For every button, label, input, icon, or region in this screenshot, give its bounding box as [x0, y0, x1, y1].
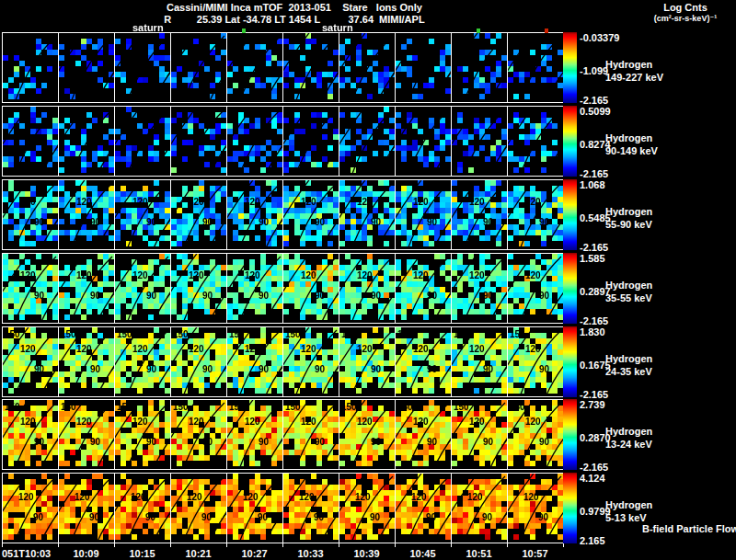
colorbar	[563, 326, 577, 397]
energy-band-row-7: 4.124 0.9799 2.165 Hydrogen 5-13 keV	[2, 473, 736, 543]
band-energy: 149-227 keV	[605, 71, 663, 84]
axis-tick	[563, 543, 564, 547]
border-mark	[242, 29, 246, 33]
band-energy: 24-35 keV	[605, 365, 652, 378]
band-species: Hydrogen	[605, 352, 652, 365]
band-energy: 35-55 keV	[605, 291, 652, 304]
time-label: 10:51	[466, 548, 491, 559]
energy-band-row-1: -0.03379 -1.099 -2.165 Hydrogen 149-227 …	[2, 32, 736, 103]
colorbar	[563, 179, 577, 250]
colorbar-tick-max: 1.068	[580, 179, 605, 190]
time-label: 10:21	[185, 548, 211, 559]
colorbar	[563, 473, 577, 543]
colorbar-tick-mid: -1.099	[580, 65, 608, 76]
colorbar	[563, 106, 577, 177]
energy-band-row-6: 2.739 0.2870 -2.165 Hydrogen 13-24 keV	[2, 399, 736, 470]
axis-tick	[58, 543, 59, 547]
band-energy: 13-24 keV	[605, 438, 652, 451]
bfield-particle-flow-label: B-field Particle Flow	[642, 523, 736, 534]
axis-tick	[395, 543, 396, 547]
heatmap-panels	[2, 106, 563, 177]
axis-tick	[226, 543, 227, 547]
colorbar-tick-max: 1.830	[580, 326, 605, 337]
axis-tick	[507, 543, 508, 547]
time-label: 10:09	[73, 548, 98, 559]
colorbar	[563, 253, 577, 324]
border-mark	[477, 29, 480, 33]
band-species: Hydrogen	[605, 279, 652, 291]
time-label: 10:27	[241, 548, 267, 559]
time-label: 10:57	[522, 548, 547, 559]
heatmap-panels	[2, 399, 563, 470]
colorbar-tick-min: -2.165	[580, 462, 608, 473]
band-label: Hydrogen 90-149 keV	[605, 131, 658, 157]
energy-band-row-5: 1.830 0.1675 -2.165 Hydrogen 24-35 keV	[2, 326, 736, 397]
band-label: Hydrogen 24-35 keV	[605, 352, 652, 378]
colorbar-units-formula: (cm²-sr-s-keV)⁻¹	[635, 14, 736, 23]
band-energy: 55-90 keV	[605, 218, 652, 231]
energy-band-row-3: 1.068 0.5485 -2.165 Hydrogen 55-90 keV	[2, 179, 736, 250]
band-species: Hydrogen	[605, 131, 658, 144]
colorbar-tick-max: 4.124	[580, 473, 605, 484]
time-label: 10:33	[297, 548, 323, 559]
colorbar-units-title: Log Cnts	[635, 2, 736, 13]
band-label: Hydrogen 149-227 keV	[605, 58, 663, 84]
heatmap-panels	[2, 253, 563, 324]
time-label: 10:45	[409, 548, 435, 559]
band-label: Hydrogen 13-24 keV	[605, 425, 652, 451]
colorbar-tick-max: 1.585	[580, 253, 605, 264]
band-label: Hydrogen 55-90 keV	[605, 205, 652, 231]
energy-band-row-2: 0.5099 0.8274 -2.165 Hydrogen 90-149 keV	[2, 106, 736, 177]
band-species: Hydrogen	[605, 205, 652, 218]
time-axis: 051T10:0310:0910:1510:2110:2710:3310:391…	[2, 543, 572, 560]
colorbar-tick-max: 2.739	[580, 399, 605, 410]
time-label: 10:15	[129, 548, 155, 559]
band-energy: 5-13 keV	[605, 511, 652, 524]
saturn-label-2: saturn	[322, 22, 353, 33]
heatmap-panels	[2, 179, 563, 250]
band-energy: 90-149 keV	[605, 144, 658, 157]
time-label: 051T10:03	[2, 548, 51, 559]
colorbar	[563, 399, 577, 470]
band-species: Hydrogen	[605, 58, 663, 71]
axis-tick	[114, 543, 115, 547]
page-title: Cassini/MIMI Inca mTOF 2013-051 Stare Io…	[0, 2, 589, 13]
colorbar-tick-min: -2.165	[580, 242, 608, 253]
energy-band-row-4: 1.585 0.2897 -2.165 Hydrogen 35-55 keV	[2, 253, 736, 324]
time-label: 10:39	[353, 548, 379, 559]
colorbar-tick-max: -0.03379	[580, 32, 619, 43]
subtitle-ephemeris: R 25.39 Lat -34.78 LT 1454 L 37.64 MIMI/…	[0, 14, 589, 25]
band-label: Hydrogen 35-55 keV	[605, 279, 652, 304]
heatmap-panels	[2, 32, 563, 103]
axis-tick	[282, 543, 283, 547]
band-species: Hydrogen	[605, 425, 652, 438]
saturn-label-1: saturn	[132, 22, 164, 33]
heatmap-panels	[2, 473, 563, 543]
heatmap-panels	[2, 326, 563, 397]
axis-tick	[2, 543, 3, 547]
border-mark	[545, 29, 548, 33]
colorbar-tick-max: 0.5099	[580, 106, 611, 117]
axis-tick	[339, 543, 339, 547]
plot-stage: Cassini/MIMI Inca mTOF 2013-051 Stare Io…	[0, 0, 736, 560]
axis-tick	[170, 543, 171, 547]
band-label: Hydrogen 5-13 keV	[605, 498, 652, 524]
band-species: Hydrogen	[605, 498, 652, 511]
colorbar-tick-min: 2.165	[580, 535, 605, 546]
colorbar-tick-min: -2.165	[580, 95, 608, 106]
colorbar-tick-min: -2.165	[580, 315, 608, 326]
axis-tick	[451, 543, 452, 547]
colorbar	[563, 32, 577, 103]
colorbar-tick-min: -2.165	[580, 168, 608, 179]
